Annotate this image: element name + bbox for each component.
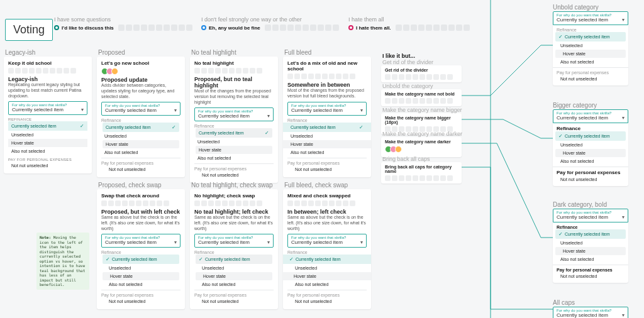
option-selected[interactable]: Currently selected item [11, 124, 57, 128]
card-noteal-swap[interactable]: No highlight; check swap No teal highlig… [190, 189, 278, 309]
vote-slots[interactable] [396, 25, 470, 31]
card-proposed[interactable]: Let's go new school Proposed update Adds… [97, 57, 185, 177]
option-selected[interactable]: Currently selected item [296, 257, 341, 261]
option-hover[interactable]: Hover state [563, 151, 586, 155]
right-card-unbold[interactable]: For why do you want that skrilla? Curren… [553, 11, 628, 85]
card-fullbleed-swap[interactable]: Mixed and check swapped In between; left… [283, 189, 371, 309]
option[interactable]: Also not selected [560, 60, 594, 64]
card-proposed-swap[interactable]: Swap that check around Proposed, but wit… [97, 189, 185, 309]
option[interactable]: Not not unselected [109, 299, 145, 304]
vote-slots[interactable] [101, 200, 180, 206]
card-fullbleed[interactable]: Let's do a mix of old and new school Som… [283, 57, 371, 177]
option-selected[interactable]: Currently selected item [205, 257, 250, 261]
chevron-down-icon [622, 214, 625, 220]
option-selected[interactable]: Currently selected item [112, 257, 157, 261]
option[interactable]: Not not unselected [560, 177, 597, 182]
right-card-dark[interactable]: For why do you want that skrilla? Curren… [553, 209, 628, 283]
dropdown-field[interactable]: For why do you want that skrilla? Curren… [287, 102, 367, 116]
vote-slots[interactable] [385, 175, 458, 181]
option[interactable]: Not not unselected [109, 167, 145, 172]
option[interactable]: Unselected [291, 134, 313, 138]
option[interactable]: Also not selected [202, 282, 235, 287]
option[interactable]: Unselected [560, 143, 582, 147]
dropdown-field[interactable]: For why do you want that skrilla? Curren… [101, 234, 180, 248]
dropdown-field[interactable]: For why do you want that skrilla? Curren… [287, 234, 367, 248]
option[interactable]: Unselected [197, 140, 219, 144]
divider [553, 67, 628, 68]
dropdown-field[interactable]: For why do you want that skrilla? Curren… [553, 109, 628, 123]
option[interactable]: Also not selected [291, 150, 324, 155]
vote-slots[interactable] [194, 200, 274, 206]
variant-desc: Adds divider between categories, updates… [101, 83, 180, 99]
option-hover[interactable]: Hover state [563, 52, 586, 56]
option-selected[interactable]: Currently selected item [565, 35, 610, 39]
chevron-down-icon [267, 239, 270, 245]
category-label: Refinance [194, 250, 274, 255]
option[interactable]: Also not selected [104, 150, 138, 155]
vote-slots[interactable] [8, 68, 87, 74]
dropdown-field[interactable]: For why do you want that skrilla? Curren… [553, 307, 628, 318]
vote-slots[interactable] [194, 68, 274, 74]
mini-title: Make the category name darker [385, 140, 458, 144]
option[interactable]: Unselected [295, 266, 317, 270]
mini-card-allcaps[interactable]: Bring back all caps for category name [381, 162, 462, 184]
dropdown-field[interactable]: For why do you want that skrilla? Curren… [101, 102, 180, 116]
option[interactable]: Unselected [202, 266, 224, 270]
option[interactable]: Also not selected [295, 282, 328, 287]
card-noteal[interactable]: No teal highlight Proposed, but no teal … [190, 57, 278, 183]
vote-slots[interactable] [287, 74, 367, 79]
option-hover[interactable]: Hover state [203, 274, 226, 278]
option-hover[interactable]: Hover state [110, 274, 133, 278]
note-body: Moving the icon to the left of the item … [40, 235, 85, 287]
option-hover[interactable]: Hover state [11, 141, 34, 145]
option[interactable]: Unselected [560, 43, 582, 48]
option[interactable]: Not not unselected [202, 299, 238, 304]
option-hover[interactable]: Hover state [563, 249, 586, 253]
option[interactable]: Also not selected [11, 149, 45, 153]
right-card-bigger[interactable]: For why do you want that skrilla? Curren… [553, 109, 628, 186]
option[interactable]: Not not unselected [560, 77, 597, 81]
option-selected[interactable]: Currently selected item [565, 232, 610, 236]
dropdown-field[interactable]: For why do you want that skrilla? Curren… [8, 101, 87, 115]
option[interactable]: Not not unselected [295, 167, 331, 172]
category-label: Refinance [194, 124, 274, 128]
right-card-allcaps[interactable]: For why do you want that skrilla? Curren… [553, 307, 628, 318]
option[interactable]: Also not selected [560, 159, 594, 163]
option-hover[interactable]: Hover state [199, 148, 221, 152]
mini-card-divider[interactable]: Get rid of the divider [381, 65, 462, 82]
spectrum-label: I'd like to discuss this [62, 25, 114, 31]
dropdown-field[interactable]: For why do you want that skrilla? Curren… [194, 234, 274, 248]
card-legacy[interactable]: Keep it old school Legacy-ish Replicatin… [4, 57, 92, 173]
option[interactable]: Unselected [104, 134, 126, 138]
option[interactable]: Unselected [109, 266, 131, 270]
option-hover[interactable]: Hover state [294, 274, 316, 278]
option-hover[interactable]: Hover state [291, 142, 313, 146]
vote-slots[interactable] [118, 25, 192, 31]
dropdown-field[interactable]: For why do you want that skrilla? Curren… [553, 209, 628, 222]
dropdown-label: For why do you want that skrilla? [553, 209, 628, 214]
dropdown-field[interactable]: For why do you want that skrilla? Curren… [553, 11, 628, 25]
option-selected[interactable]: Currently selected item [565, 134, 610, 138]
dropdown-field[interactable]: For why do you want that skrilla? Curren… [194, 107, 274, 121]
option-selected[interactable]: Currently selected item [106, 125, 151, 129]
vote-slots[interactable] [385, 98, 458, 104]
option[interactable]: Also not selected [197, 156, 231, 160]
option[interactable]: Not not unselected [11, 163, 48, 168]
mini-card-unbold[interactable]: Make the category name not bold [381, 89, 462, 106]
category-label: Refinance [553, 126, 628, 131]
option[interactable]: Unselected [560, 241, 582, 245]
option[interactable]: Not not unselected [295, 299, 331, 304]
option[interactable]: Also not selected [109, 282, 142, 287]
option[interactable]: Not not unselected [560, 274, 597, 278]
option[interactable]: Not not unselected [202, 173, 238, 177]
option-hover[interactable]: Hover state [106, 142, 128, 146]
mini-card-darker[interactable]: Make the category name darker [381, 137, 462, 157]
option-selected[interactable]: Currently selected item [291, 125, 336, 129]
option[interactable]: Unselected [11, 133, 33, 137]
vote-slots[interactable] [385, 74, 458, 80]
category-label: Pay for personal expenses [287, 161, 367, 165]
option-selected[interactable]: Currently selected item [199, 131, 244, 135]
vote-slots[interactable] [265, 25, 339, 31]
option[interactable]: Also not selected [560, 257, 594, 261]
vote-slots[interactable] [287, 200, 367, 206]
